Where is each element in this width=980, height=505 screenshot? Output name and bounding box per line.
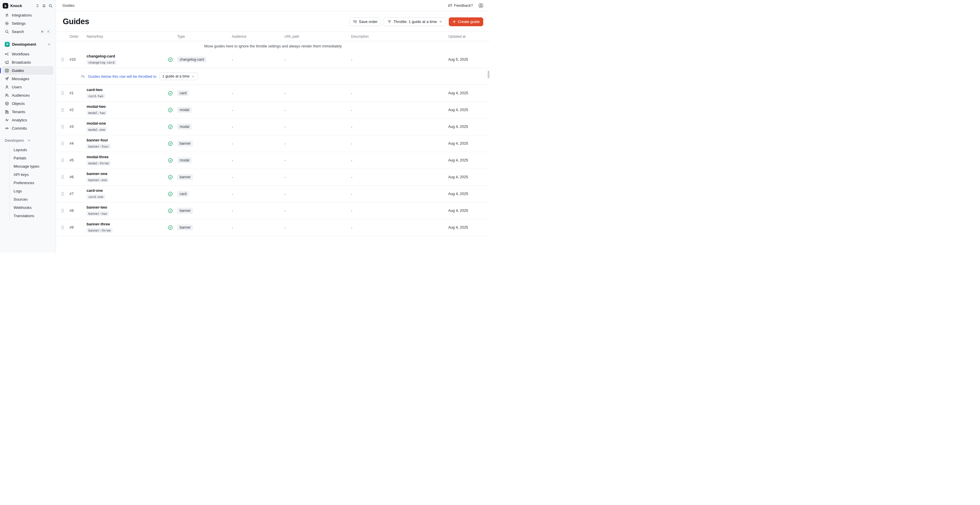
save-order-label: Save order	[359, 19, 378, 24]
sidebar-item-translations[interactable]: Translations	[10, 212, 53, 220]
guide-name-cell: card-two card-two	[87, 88, 168, 99]
drag-handle-icon[interactable]	[60, 57, 70, 62]
settings-icon	[5, 21, 9, 25]
objects-icon	[5, 101, 9, 106]
create-guide-label: Create guide	[458, 19, 480, 24]
column-header-name-key: Name/Key	[87, 35, 168, 38]
sidebar-item-tenants[interactable]: Tenants	[2, 108, 53, 116]
kbd-key: ⌘	[40, 29, 45, 34]
guide-name-cell: banner-three banner-three	[87, 222, 168, 233]
guide-row-card-one[interactable]: #7 card-one card-one card - - - Aug 4, 2…	[56, 186, 490, 202]
guide-row-modal-one[interactable]: #3 modal-one modal-one modal - - - Aug 4…	[56, 118, 490, 135]
sidebar-item-label: Guides	[12, 69, 24, 72]
sidebar-item-label: Search	[12, 30, 24, 33]
guide-order: #3	[70, 124, 87, 129]
feedback-button[interactable]: Feedback?	[448, 3, 473, 8]
guide-type-cell: banner	[177, 140, 232, 147]
guide-row-banner-two[interactable]: #8 banner-two banner-two banner - - - Au…	[56, 202, 490, 219]
sidebar-item-label: Layouts	[14, 148, 27, 152]
sidebar-item-users[interactable]: Users	[2, 83, 53, 91]
sidebar-item-settings[interactable]: Settings	[2, 19, 53, 27]
guide-row-modal-two[interactable]: #2 modal-two modal-two modal - - - Aug 4…	[56, 102, 490, 118]
sidebar-item-label: Workflows	[12, 52, 29, 56]
drag-handle-icon[interactable]	[60, 91, 70, 96]
sidebar-item-message-types[interactable]: Message types	[10, 162, 53, 170]
guide-name-cell: modal-three modal-three	[87, 155, 168, 166]
guide-row-banner-three[interactable]: #9 banner-three banner-three banner - - …	[56, 219, 490, 236]
guide-type-badge: modal	[177, 157, 192, 163]
column-header-type: Type	[177, 35, 232, 38]
guide-description: -	[351, 124, 448, 129]
section-development[interactable]: Development	[2, 40, 53, 49]
guide-row-banner-one[interactable]: #6 banner-one banner-one banner - - - Au…	[56, 169, 490, 186]
users-icon	[5, 85, 9, 89]
save-order-button[interactable]: Save order	[349, 18, 381, 26]
sidebar-item-logs[interactable]: Logs	[10, 187, 53, 195]
guide-type-cell: banner	[177, 225, 232, 230]
drag-handle-icon[interactable]	[60, 225, 70, 230]
throttle-count-select[interactable]: 1 guide at a time	[159, 72, 198, 80]
section-developers[interactable]: Developers	[2, 136, 53, 145]
sidebar-item-label: Integrations	[12, 13, 32, 17]
sidebar-item-broadcasts[interactable]: Broadcasts	[2, 58, 53, 66]
sidebar-item-integrations[interactable]: Integrations	[2, 11, 53, 19]
scrollbar-thumb[interactable]	[488, 71, 489, 78]
bell-icon[interactable]	[42, 3, 46, 8]
drag-handle-icon[interactable]	[60, 175, 70, 179]
sidebar-item-guides[interactable]: Guides	[2, 66, 53, 75]
guide-url-path: -	[285, 108, 351, 112]
sidebar-item-layouts[interactable]: Layouts	[10, 145, 53, 154]
workspace-switcher-icon[interactable]	[35, 3, 40, 8]
guide-audience: -	[232, 124, 285, 129]
guide-updated-at: Aug 4, 2025	[448, 175, 485, 179]
sidebar-item-label: Settings	[12, 22, 25, 25]
sidebar-item-workflows[interactable]: Workflows	[2, 50, 53, 58]
guide-row-card-two[interactable]: #1 card-two card-two card - - - Aug 4, 2…	[56, 85, 490, 102]
sidebar-item-label: Commits	[12, 126, 27, 130]
environment-icon	[5, 42, 10, 47]
user-menu-button[interactable]	[478, 3, 484, 8]
sidebar-item-api-keys[interactable]: API keys	[10, 170, 53, 178]
guide-order: #1	[70, 91, 87, 95]
guide-name: card-one	[87, 188, 168, 193]
drag-handle-icon[interactable]	[60, 124, 70, 129]
guide-row-banner-four[interactable]: #4 banner-four banner-four banner - - - …	[56, 135, 490, 152]
guide-row-changelog-card[interactable]: #10 changelog-card changelog-card change…	[56, 51, 490, 68]
search-icon[interactable]	[48, 3, 53, 8]
column-header-order: Order	[70, 35, 87, 38]
sidebar-item-commits[interactable]: Commits	[2, 124, 53, 132]
sidebar-item-search[interactable]: Search ⌘K	[2, 27, 53, 36]
sidebar-item-objects[interactable]: Objects	[2, 99, 53, 108]
guide-order: #9	[70, 225, 87, 229]
drag-handle-icon[interactable]	[60, 191, 70, 196]
guide-key: banner-three	[87, 228, 113, 233]
guide-name: banner-one	[87, 172, 168, 176]
create-guide-button[interactable]: Create guide	[449, 18, 483, 26]
guide-row-modal-three[interactable]: #5 modal-three modal-three modal - - - A…	[56, 152, 490, 169]
sidebar-item-sources[interactable]: Sources	[10, 195, 53, 203]
drag-handle-icon[interactable]	[60, 108, 70, 112]
sidebar-item-webhooks[interactable]: Webhooks	[10, 203, 53, 212]
sidebar-item-label: Webhooks	[14, 206, 32, 210]
guide-url-path: -	[285, 57, 351, 62]
throttle-divider-link[interactable]: Guides below this row will be throttled …	[88, 74, 156, 79]
sidebar-item-preferences[interactable]: Preferences	[10, 178, 53, 187]
guide-url-path: -	[285, 91, 351, 96]
guide-name-cell: card-one card-one	[87, 188, 168, 199]
guide-name: banner-four	[87, 138, 168, 142]
sidebar-item-audiences[interactable]: Audiences	[2, 91, 53, 99]
status-active-icon	[168, 225, 177, 230]
drag-handle-icon[interactable]	[60, 208, 70, 213]
workspace-switcher[interactable]: k Knock	[0, 0, 56, 10]
guide-name: modal-two	[87, 105, 168, 109]
status-active-icon	[168, 124, 177, 129]
guide-audience: -	[232, 175, 285, 179]
guides-icon	[5, 69, 9, 73]
guide-order: #10	[70, 57, 87, 62]
sidebar-item-analytics[interactable]: Analytics	[2, 116, 53, 124]
sidebar-item-messages[interactable]: Messages	[2, 75, 53, 83]
throttle-button[interactable]: Throttle: 1 guide at a time	[384, 18, 446, 26]
drag-handle-icon[interactable]	[60, 158, 70, 162]
sidebar-item-partials[interactable]: Partials	[10, 154, 53, 162]
drag-handle-icon[interactable]	[60, 141, 70, 146]
